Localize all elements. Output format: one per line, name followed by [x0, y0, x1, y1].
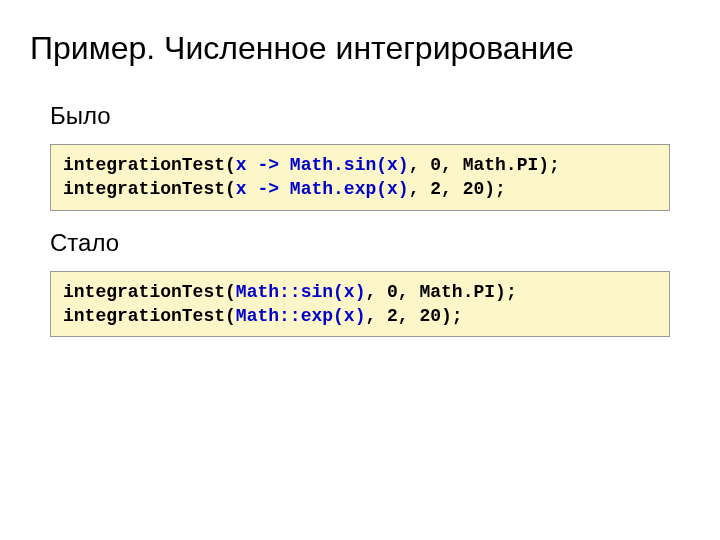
code-after-box: integrationTest(Math::sin(x), 0, Math.PI…: [50, 271, 670, 338]
code-text: integrationTest(: [63, 155, 236, 175]
section-before-label: Было: [50, 102, 695, 130]
section-after-label: Стало: [50, 229, 695, 257]
code-text: , 0, Math.PI);: [365, 282, 516, 302]
code-lambda: x -> Math.exp(x): [236, 179, 409, 199]
code-text: integrationTest(: [63, 179, 236, 199]
code-text: integrationTest(: [63, 282, 236, 302]
code-before-box: integrationTest(x -> Math.sin(x), 0, Mat…: [50, 144, 670, 211]
code-method-ref: Math::sin(x): [236, 282, 366, 302]
code-text: , 0, Math.PI);: [409, 155, 560, 175]
code-text: integrationTest(: [63, 306, 236, 326]
slide-title: Пример. Численное интегрирование: [30, 30, 695, 67]
code-method-ref: Math::exp(x): [236, 306, 366, 326]
code-text: , 2, 20);: [365, 306, 462, 326]
code-lambda: x -> Math.sin(x): [236, 155, 409, 175]
code-text: , 2, 20);: [409, 179, 506, 199]
